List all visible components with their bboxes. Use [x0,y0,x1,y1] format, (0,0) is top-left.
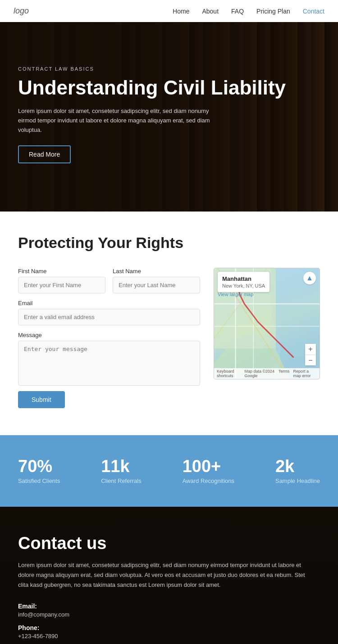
stat-satisfied-clients: 70% Satisfied Clients [18,458,60,484]
stat-client-referrals: 11k Client Referrals [101,458,142,484]
contact-email-detail: Email: info@company.com [18,603,320,618]
message-group: Message [18,332,200,386]
read-more-button[interactable]: Read More [18,145,71,163]
contact-email-value: info@company.com [18,611,320,618]
map-zoom-controls: + − [305,344,316,365]
hero-category: CONTRACT LAW BASICS [18,66,286,72]
contact-title: Contact us [18,534,320,553]
email-input[interactable] [18,309,200,325]
form-section: Protecting Your Rights First Name Last N… [0,212,338,435]
last-name-group: Last Name [113,268,200,293]
form-map-row: First Name Last Name Email Message Submi… [18,268,320,408]
nav-links: Home About FAQ Pricing Plan Contact [173,8,324,15]
logo: logo [14,6,29,16]
stat-number-1: 11k [101,458,142,475]
hero-section: CONTRACT LAW BASICS Understanding Civil … [0,0,338,212]
hero-content: CONTRACT LAW BASICS Understanding Civil … [0,30,304,182]
email-label: Email [18,300,200,306]
last-name-input[interactable] [113,277,200,293]
stat-number-2: 100+ [183,458,234,475]
stat-label-0: Satisfied Clients [18,477,60,484]
submit-button[interactable]: Submit [18,391,65,408]
map-location: Manhattan [222,275,265,282]
stat-number-0: 70% [18,458,60,475]
contact-description: Lorem ipsum dolor sit amet, consetetur s… [18,560,306,590]
contact-phone-value: +123-456-7890 [18,633,320,639]
stat-number-3: 2k [275,458,320,475]
map-zoom-in-button[interactable]: + [305,344,316,355]
map-info-box: Manhattan New York, NY, USA [218,272,269,292]
form-container: First Name Last Name Email Message Submi… [18,268,200,408]
nav-about[interactable]: About [202,8,219,15]
map-container: Manhattan New York, NY, USA ▲ View large… [214,268,320,379]
nav-pricing[interactable]: Pricing Plan [256,8,290,15]
last-name-label: Last Name [113,268,200,275]
contact-phone-detail: Phone: +123-456-7890 [18,624,320,639]
nav-home[interactable]: Home [173,8,189,15]
first-name-group: First Name [18,268,105,293]
stat-award-recognitions: 100+ Award Recognitions [183,458,234,484]
contact-phone-label: Phone: [18,624,320,631]
map-footer-shortcuts: Keyboard shortcuts [217,369,241,378]
stats-section: 70% Satisfied Clients 11k Client Referra… [0,435,338,507]
contact-section: Contact us Lorem ipsum dolor sit amet, c… [0,507,338,644]
map-zoom-out-button[interactable]: − [305,355,316,365]
map-footer-terms: Terms [279,369,290,378]
nav-contact[interactable]: Contact [303,8,324,15]
navbar: logo Home About FAQ Pricing Plan Contact [0,0,338,22]
map-inner: Manhattan New York, NY, USA ▲ View large… [214,268,320,379]
map-view-larger-link[interactable]: View larger map [218,292,253,297]
hero-title: Understanding Civil Liability [18,77,286,99]
stat-label-1: Client Referrals [101,477,142,484]
form-section-title: Protecting Your Rights [18,234,320,252]
stat-label-2: Award Recognitions [183,477,234,484]
hero-description: Lorem ipsum dolor sit amet, consetetur s… [18,107,212,135]
contact-email-label: Email: [18,603,320,610]
message-label: Message [18,332,200,338]
stat-sample-headline: 2k Sample Headline [275,458,320,484]
map-directions-icon[interactable]: ▲ [303,272,316,284]
contact-content: Contact us Lorem ipsum dolor sit amet, c… [18,534,320,639]
name-row: First Name Last Name [18,268,200,293]
message-input[interactable] [18,341,200,386]
nav-faq[interactable]: FAQ [231,8,244,15]
first-name-input[interactable] [18,277,105,293]
map-footer-data: Map data ©2024 Google [244,369,275,378]
email-group: Email [18,300,200,325]
map-footer-report: Report a map error [293,369,317,378]
map-footer: Keyboard shortcuts Map data ©2024 Google… [214,368,320,379]
stat-label-3: Sample Headline [275,477,320,484]
map-address: New York, NY, USA [222,283,265,288]
first-name-label: First Name [18,268,105,275]
